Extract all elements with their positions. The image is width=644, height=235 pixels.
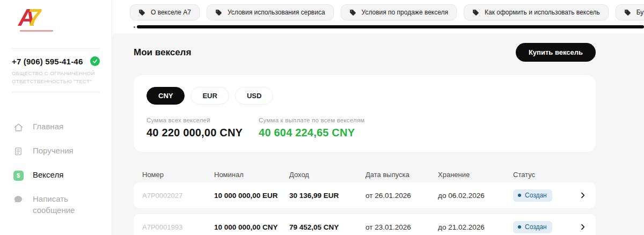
col-header-issue-date: Дата выпуска [365,171,438,179]
logo-digit-7: 7 [28,4,39,31]
sidebar-divider-bottom [12,92,100,92]
sidebar-item-label: Поручения [33,145,74,156]
col-header-status: Статус [513,171,573,179]
bill-number: A7P0001993 [142,223,214,231]
bill-nominal: 10 000 000,00 EUR [214,192,289,200]
bill-storage-date: до 06.02.2026 [438,192,513,200]
bills-panel: Мои векселя Купить вексель CNY EUR USD С… [112,33,644,235]
company-name-line1: ОБЩЕСТВО С ОГРАНИЧЕННОЙ [12,70,100,78]
app-window: A7 +7 (906) 595-41-46 ОБЩЕСТВО С ОГРАНИЧ… [0,0,644,235]
sidebar-item-bills[interactable]: $ Векселя [0,163,112,187]
sidebar-item-message[interactable]: Написать сообщение [0,187,112,222]
tag-icon [215,9,222,16]
a7-logo-text: A7 [18,5,112,30]
payout-sum-label: Сумма к выплате по всем векселям [259,117,364,123]
tab-currency-eur[interactable]: EUR [191,87,229,105]
col-header-number: Номер [142,171,214,179]
chip-about-a7[interactable]: О векселе А7 [130,4,200,20]
chip-label: Как оформить и использовать вексель [485,9,600,16]
home-icon [13,122,24,133]
summary-card: CNY EUR USD Сумма всех векселей 40 220 0… [134,75,596,152]
payout-sum-block: Сумма к выплате по всем векселям 40 604 … [259,117,364,139]
topbar: О векселе А7 Условия использования серви… [112,0,644,33]
verified-check-icon [90,56,100,66]
status-dot-icon [518,225,521,229]
tag-icon [472,9,479,16]
chip-label: Условия по продаже векселя [362,9,448,16]
tag-icon [624,9,631,16]
bill-storage-date: до 21.02.2026 [438,223,513,231]
sidebar-item-home[interactable]: Главная [0,115,112,139]
sidebar-nav: Главная Поручения $ Векселя Написать соо… [0,115,112,222]
status-label: Создан [525,192,547,199]
status-dot-icon [518,194,521,197]
status-cell: Создан [513,221,573,233]
orders-icon [13,146,24,157]
total-sum-value: 40 220 000,00 CNY [147,127,243,139]
table-row[interactable]: A7P0002027 10 000 000,00 EUR 30 136,99 E… [134,182,596,208]
bill-nominal: 10 000 000,00 CNY [214,223,289,231]
info-chips-row: О векселе А7 Условия использования серви… [112,0,644,20]
currency-tabs: CNY EUR USD [147,87,583,105]
sidebar-item-orders[interactable]: Поручения [0,139,112,163]
sidebar-divider-top [12,48,100,49]
payout-sum-value: 40 604 224,65 CNY [259,127,364,139]
sidebar-item-label: Главная [33,121,63,132]
status-cell: Создан [513,189,573,202]
main-content: О векселе А7 Условия использования серви… [112,0,644,235]
chip-label: Бухгалтерский учет векселей [636,9,644,16]
table-row[interactable]: A7P0001993 10 000 000,00 CNY 79 452,05 C… [134,214,596,235]
sidebar-item-label: Векселя [33,170,63,180]
panel-header: Мои векселя Купить вексель [134,43,596,62]
status-label: Создан [525,223,547,231]
chip-terms-of-service[interactable]: Условия использования сервиса [207,4,334,20]
summary-values: Сумма всех векселей 40 220 000,00 CNY Су… [147,117,583,139]
chip-sale-terms[interactable]: Условия по продаже векселя [341,4,457,20]
bill-income: 79 452,05 CNY [289,223,365,231]
sidebar: A7 +7 (906) 595-41-46 ОБЩЕСТВО С ОГРАНИЧ… [0,0,112,235]
scrollbar-track-dot [134,26,135,28]
bill-issue-date: от 23.01.2026 [365,223,438,231]
bills-icon: $ [13,170,24,181]
bill-number: A7P0002027 [142,192,214,200]
chip-label: О векселе А7 [151,9,191,16]
total-sum-block: Сумма всех векселей 40 220 000,00 CNY [147,117,243,139]
company-name: ОБЩЕСТВО С ОГРАНИЧЕННОЙ ОТВЕТСТВЕННОСТЬЮ… [0,66,112,85]
company-name-line2: ОТВЕТСТВЕННОСТЬЮ "ТЕСТ" [12,78,100,86]
col-header-storage: Хранение [438,171,513,179]
chevron-right-icon[interactable] [573,191,587,200]
chip-accounting[interactable]: Бухгалтерский учет векселей [616,4,644,20]
status-badge: Создан [513,189,552,202]
message-icon [13,194,24,205]
sidebar-item-label: Написать сообщение [33,194,104,216]
phone-number: +7 (906) 595-41-46 [12,57,83,66]
phone-row: +7 (906) 595-41-46 [0,55,112,66]
a7-logo[interactable]: A7 [0,0,112,42]
tag-icon [138,9,145,16]
bill-issue-date: от 26.01.2026 [365,192,438,200]
table-header: Номер Номинал Доход Дата выпуска Хранени… [134,166,596,182]
page-title: Мои векселя [134,47,191,58]
col-header-nominal: Номинал [214,171,289,179]
chip-label: Условия использования сервиса [228,9,325,16]
chevron-right-icon[interactable] [573,223,587,231]
tab-currency-usd[interactable]: USD [235,87,273,105]
buy-bill-button[interactable]: Купить вексель [516,43,596,62]
status-badge: Создан [513,221,552,233]
horizontal-scrollbar[interactable] [137,25,644,28]
chip-how-to-use[interactable]: Как оформить и использовать вексель [464,4,609,20]
tag-icon [349,9,356,16]
tab-currency-cny[interactable]: CNY [147,87,185,105]
total-sum-label: Сумма всех векселей [147,117,243,123]
col-header-income: Доход [289,171,365,179]
bill-income: 30 136,99 EUR [289,192,365,200]
